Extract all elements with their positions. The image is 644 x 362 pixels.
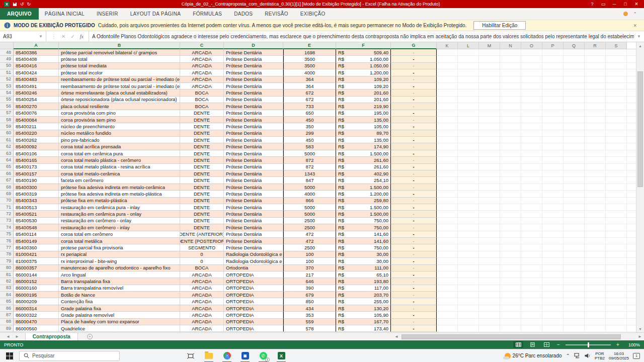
cell-empty[interactable] [437, 123, 458, 130]
cell-empty[interactable] [542, 278, 564, 285]
cell-empty[interactable] [585, 244, 606, 251]
cell-category[interactable]: Prótese Dentária [224, 157, 283, 163]
cell-empty[interactable] [437, 272, 458, 278]
cell-empty[interactable] [458, 69, 479, 76]
cell-unit[interactable]: BOCA [180, 89, 224, 96]
cell-empty[interactable] [479, 89, 500, 96]
cell-empty[interactable] [437, 285, 458, 292]
cell-empty[interactable] [500, 157, 521, 163]
cell-empty[interactable] [542, 49, 564, 56]
column-header-s[interactable]: S [606, 42, 627, 49]
cell-category[interactable]: Prótese Dentária [224, 218, 283, 224]
cell-empty[interactable] [542, 265, 564, 272]
cell-empty[interactable] [458, 272, 479, 278]
cell-empty[interactable] [458, 76, 479, 83]
tab-arquivo[interactable]: ARQUIVO [0, 8, 39, 20]
cell-empty[interactable] [458, 49, 479, 56]
cell-description[interactable]: coroa provisória sem pino [59, 117, 180, 123]
cell-empty[interactable] [606, 211, 627, 217]
cell-empty[interactable] [564, 231, 585, 238]
cell-reference-value[interactable]: 5000 [283, 150, 336, 157]
cell-empty[interactable] [458, 292, 479, 298]
cell-price[interactable]: R$1.500,00 [336, 204, 391, 211]
cell-counterproposal[interactable]: - [391, 278, 437, 285]
cell-unit[interactable]: ARCADA [180, 63, 224, 69]
cell-empty[interactable] [458, 238, 479, 244]
cell-empty[interactable] [458, 191, 479, 197]
cell-category[interactable]: Prótese Dentária [224, 177, 283, 184]
cell-empty[interactable] [606, 130, 627, 137]
row-header-89[interactable]: 89 [0, 325, 14, 332]
cell-counterproposal[interactable]: - [391, 231, 437, 238]
zoom-slider[interactable] [566, 344, 611, 345]
cell-description[interactable]: coroa provisória com pino [59, 110, 180, 117]
undo-icon[interactable]: ↺ [20, 0, 24, 8]
cell-description[interactable]: coroa total em cerômero [59, 231, 180, 238]
cell-category[interactable]: Prótese Dentária [224, 164, 283, 170]
sheet-tab-contraproposta[interactable]: Contraproposta [25, 333, 78, 340]
column-header-d[interactable]: D [224, 42, 283, 49]
cell-empty[interactable] [585, 89, 606, 96]
cell-empty[interactable] [500, 285, 521, 292]
cell-empty[interactable] [564, 110, 585, 117]
cell-empty[interactable] [585, 164, 606, 170]
cell-reference-value[interactable]: 4000 [283, 191, 336, 197]
cell-price[interactable]: R$750,00 [336, 224, 391, 231]
cell-empty[interactable] [500, 117, 521, 123]
cell-empty[interactable] [500, 184, 521, 191]
cell-reference-value[interactable]: 100 [283, 258, 336, 264]
cell-price[interactable]: R$195,00 [336, 110, 391, 117]
cell-empty[interactable] [542, 218, 564, 224]
cell-empty[interactable] [437, 305, 458, 312]
column-header-q[interactable]: Q [564, 42, 585, 49]
cell-empty[interactable] [521, 319, 542, 325]
cell-code[interactable]: 85400157 [14, 170, 59, 177]
speaker-icon[interactable] [585, 353, 591, 358]
cell-code[interactable]: 85400483 [14, 76, 59, 83]
cell-code[interactable]: 81000421 [14, 251, 59, 258]
row-header-84[interactable]: 84 [0, 292, 14, 298]
cell-empty[interactable] [437, 198, 458, 204]
cell-empty[interactable] [437, 325, 458, 332]
cell-empty[interactable] [479, 69, 500, 76]
cell-counterproposal[interactable]: - [391, 110, 437, 117]
cell-empty[interactable] [500, 137, 521, 143]
cancel-icon[interactable]: ✕ [61, 34, 65, 39]
cell-unit[interactable]: ARCADA [180, 76, 224, 83]
cell-empty[interactable] [500, 211, 521, 217]
cell-empty[interactable] [564, 157, 585, 163]
cell-empty[interactable] [521, 292, 542, 298]
cell-empty[interactable] [479, 191, 500, 197]
cell-empty[interactable] [500, 177, 521, 184]
row-header-50[interactable]: 50 [0, 63, 14, 69]
cell-empty[interactable] [479, 298, 500, 305]
cell-reference-value[interactable]: 299 [283, 130, 336, 137]
cell-reference-value[interactable]: 450 [283, 117, 336, 123]
cell-price[interactable]: R$109,20 [336, 76, 391, 83]
cell-empty[interactable] [521, 204, 542, 211]
cell-reference-value[interactable]: 5000 [283, 184, 336, 191]
cell-price[interactable]: R$141,60 [336, 231, 391, 238]
cell-code[interactable]: 81000375 [14, 258, 59, 264]
cell-reference-value[interactable]: 364 [283, 76, 336, 83]
cell-empty[interactable] [521, 97, 542, 103]
cell-empty[interactable] [437, 170, 458, 177]
cell-empty[interactable] [521, 198, 542, 204]
cell-empty[interactable] [458, 117, 479, 123]
cell-empty[interactable] [564, 319, 585, 325]
row-header-76[interactable]: 76 [0, 238, 14, 244]
cell-empty[interactable] [564, 224, 585, 231]
cell-empty[interactable] [564, 272, 585, 278]
cell-category[interactable]: Prótese Dentária [224, 123, 283, 130]
cell-reference-value[interactable]: 434 [283, 305, 336, 312]
cell-counterproposal[interactable]: - [391, 49, 437, 56]
cell-price[interactable]: R$1.200,00 [336, 191, 391, 197]
cell-reference-value[interactable]: 2500 [283, 218, 336, 224]
cell-reference-value[interactable]: 5000 [283, 204, 336, 211]
cell-empty[interactable] [458, 251, 479, 258]
cell-code[interactable]: 85400092 [14, 143, 59, 150]
cell-price[interactable]: R$173,40 [336, 325, 391, 332]
cell-empty[interactable] [606, 150, 627, 157]
cell-counterproposal[interactable]: - [391, 123, 437, 130]
cell-description[interactable]: prótese fixa em metalo-plástica [59, 198, 180, 204]
